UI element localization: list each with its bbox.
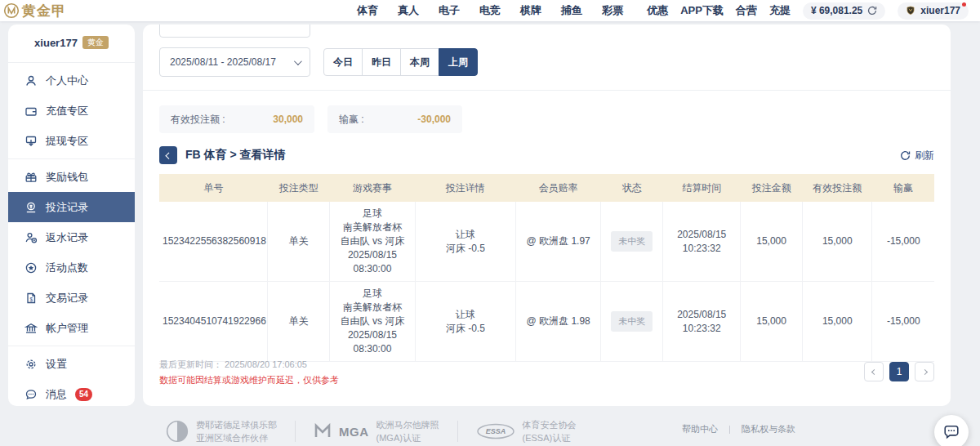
user-menu[interactable]: xiuer177 — [898, 2, 969, 20]
star-circle-icon — [24, 261, 38, 274]
brand-logo[interactable]: 黄金甲 — [3, 2, 66, 20]
notification-dot — [962, 2, 966, 7]
date-range-select[interactable]: 2025/08/11 - 2025/08/17 — [159, 47, 310, 77]
nav-slots[interactable]: 电子 — [439, 3, 460, 18]
chevron-down-icon — [294, 57, 302, 65]
cell-bet-detail: 让球 河床 -0.5 — [415, 202, 515, 282]
next-page-button[interactable] — [915, 362, 934, 381]
quick-thisweek-button[interactable]: 本周 — [400, 48, 439, 76]
refresh-balance-icon[interactable] — [867, 6, 877, 16]
section-divider — [143, 90, 951, 91]
cell-order-no: 1523404510741922966 — [159, 282, 268, 362]
last-update-label: 最后更新时间： — [159, 359, 222, 369]
nav-sports[interactable]: 体育 — [357, 3, 378, 18]
back-button[interactable] — [159, 146, 177, 164]
nav-chess[interactable]: 棋牌 — [520, 3, 541, 18]
valid-bet-value: 30,000 — [273, 114, 303, 125]
nav-esports[interactable]: 电竞 — [479, 3, 501, 18]
brand-logo-text: 黄金甲 — [22, 2, 66, 20]
cell-bet-type: 单关 — [268, 202, 330, 282]
help-center-link[interactable]: 帮助中心 — [682, 423, 718, 435]
col-valid-amount: 有效投注额 — [803, 174, 872, 202]
valid-bet-label: 有效投注额 : — [171, 113, 225, 127]
main-nav: 体育 真人 电子 电竞 棋牌 捕鱼 彩票 — [357, 3, 623, 18]
topbar-right: 优惠 APP下载 合营 充提 ¥ 69,081.25 xiuer177 — [647, 2, 969, 20]
mga-logo-text: MGA — [339, 425, 369, 439]
cell-match: 足球 南美解放者杯 自由队 vs 河床 2025/08/15 08:30:00 — [330, 282, 415, 362]
partner-essa: ESSA 体育安全协会 (ESSA)认证 — [476, 418, 577, 444]
nav-fishing[interactable]: 捕鱼 — [561, 3, 582, 18]
person-icon — [24, 74, 38, 87]
col-odds: 会员赔率 — [516, 174, 601, 202]
partner-feyenoord: 费耶诺德足球俱乐部 亚洲区域合作伙伴 — [166, 418, 277, 444]
link-affiliate[interactable]: 合营 — [736, 3, 757, 18]
footer-divider — [295, 421, 296, 442]
chevron-right-icon — [921, 368, 927, 374]
winloss-summary: 输赢 : -30,000 — [327, 105, 462, 133]
sidebar-item-rebate-records[interactable]: 返水记录 — [8, 222, 135, 252]
col-bet-type: 投注类型 — [268, 174, 330, 202]
sidebar-item-withdraw[interactable]: 提现专区 — [8, 126, 135, 156]
club-crest-icon — [166, 420, 189, 443]
chevron-left-icon — [871, 368, 876, 374]
cell-match: 足球 南美解放者杯 自由队 vs 河床 2025/08/15 08:30:00 — [330, 202, 415, 282]
date-range-value: 2025/08/11 - 2025/08/17 — [170, 56, 276, 68]
cell-winloss: -15,000 — [872, 282, 934, 362]
page-1-button[interactable]: 1 — [889, 362, 909, 381]
cell-bet-amount: 15,000 — [741, 202, 803, 282]
sidebar-item-account-management[interactable]: 帐户管理 — [8, 313, 135, 343]
bet-records-table: 单号 投注类型 游戏赛事 投注详情 会员赔率 状态 结算时间 投注金额 有效投注… — [159, 174, 934, 362]
footer-divider — [457, 421, 458, 442]
sidebar-item-messages[interactable]: 消息 54 — [8, 379, 135, 409]
cell-order-no: 1523422556382560918 — [159, 202, 268, 282]
platform-select-cutoff[interactable] — [159, 25, 310, 38]
cell-bet-type: 单关 — [268, 282, 330, 362]
quick-yesterday-button[interactable]: 昨日 — [362, 48, 401, 76]
customer-service-button[interactable] — [934, 415, 969, 446]
refresh-button[interactable]: 刷新 — [900, 149, 934, 163]
gear-icon — [24, 358, 38, 371]
sidebar-item-transaction-records[interactable]: $ 交易记录 — [8, 283, 135, 313]
gift-icon — [24, 171, 38, 184]
col-bet-amount: 投注金额 — [741, 174, 803, 202]
vip-level-badge: 黄金 — [82, 36, 109, 49]
sidebar-user: xiuer177 黄金 — [8, 36, 135, 60]
sidebar-item-deposit[interactable]: 充值专区 — [8, 96, 135, 126]
link-deposit-withdraw[interactable]: 充提 — [769, 3, 791, 18]
link-app-download[interactable]: APP下载 — [680, 3, 724, 18]
sidebar-item-bet-records[interactable]: 投注记录 — [8, 192, 135, 222]
privacy-terms-link[interactable]: 隐私权与条款 — [742, 423, 795, 435]
sidebar-item-personal-center[interactable]: 个人中心 — [8, 65, 135, 96]
chevron-left-icon — [165, 152, 172, 158]
bet-record-icon — [24, 201, 38, 214]
nav-live[interactable]: 真人 — [398, 3, 419, 18]
link-promotions[interactable]: 优惠 — [647, 3, 668, 18]
winloss-value: -30,000 — [417, 114, 451, 125]
detail-title: FB 体育 > 查看详情 — [185, 148, 286, 163]
message-count-badge: 54 — [75, 388, 92, 401]
nav-lottery[interactable]: 彩票 — [602, 3, 623, 18]
quick-lastweek-button[interactable]: 上周 — [439, 48, 478, 76]
col-winloss: 输赢 — [872, 174, 934, 202]
balance-amount: ¥ 69,081.25 — [811, 5, 862, 16]
sidebar-item-reward-wallet[interactable]: 奖励钱包 — [8, 162, 135, 192]
sidebar-item-settings[interactable]: 设置 — [8, 349, 135, 379]
cell-bet-detail: 让球 河床 -0.5 — [415, 282, 515, 362]
sidebar-item-activity-points[interactable]: 活动点数 — [8, 252, 135, 283]
footer-links: 帮助中心 隐私权与条款 — [682, 413, 795, 435]
topbar-username: xiuer177 — [920, 5, 960, 16]
essa-logo-icon: ESSA — [476, 423, 515, 439]
status-badge: 未中奖 — [611, 311, 653, 332]
cell-valid-amount: 15,000 — [803, 282, 872, 362]
cell-settle-time: 2025/08/15 10:23:32 — [663, 282, 741, 362]
quick-today-button[interactable]: 今日 — [323, 48, 363, 76]
col-order-no: 单号 — [159, 174, 268, 202]
rebate-icon — [24, 231, 38, 244]
quick-date-group: 今日 昨日 本周 上周 — [323, 48, 478, 76]
balance-pill[interactable]: ¥ 69,081.25 — [803, 2, 885, 20]
cell-valid-amount: 15,000 — [803, 202, 872, 282]
last-update-value: 2025/08/20 17:06:05 — [225, 359, 307, 369]
withdraw-icon — [24, 135, 38, 148]
col-bet-detail: 投注详情 — [415, 174, 515, 202]
prev-page-button[interactable] — [864, 362, 884, 381]
